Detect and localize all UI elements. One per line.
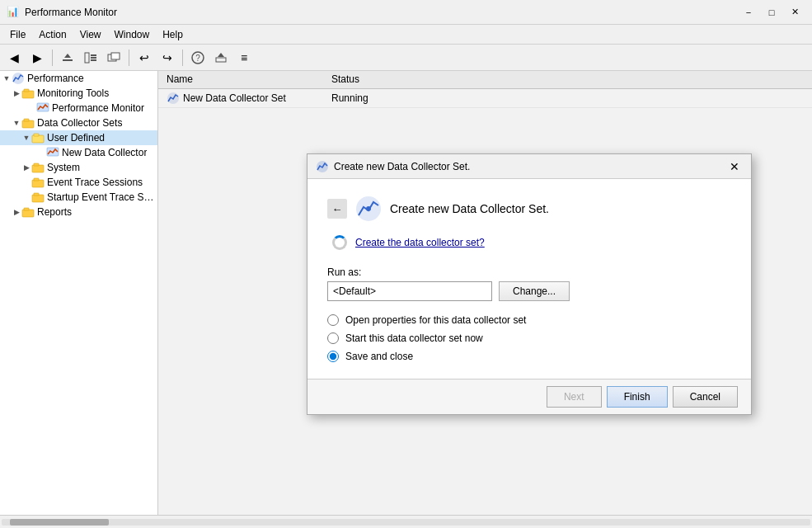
radio-start-now-input[interactable]: [327, 332, 339, 344]
startup-event-icon: [31, 191, 45, 204]
toolbar-back-button[interactable]: ◀: [3, 48, 25, 68]
sidebar-label-performance: Performance: [27, 73, 84, 84]
sidebar-label-system: System: [47, 162, 80, 173]
radio-save-close-label: Save and close: [345, 351, 413, 362]
sidebar-item-system[interactable]: ▶ System: [0, 160, 157, 175]
maximize-button[interactable]: □: [761, 5, 782, 20]
minimize-button[interactable]: −: [738, 5, 759, 20]
svg-rect-25: [32, 195, 44, 202]
svg-rect-16: [22, 120, 34, 128]
toggle-reports: ▶: [12, 207, 21, 217]
toggle-monitoring-tools: ▶: [12, 88, 21, 98]
toolbar-showhide-button[interactable]: [80, 48, 101, 68]
content-header: Name Status: [158, 71, 812, 89]
toggle-ndc: [36, 148, 46, 158]
dialog-overlay: Create new Data Collector Set. ✕ ←: [158, 71, 812, 515]
menu-help[interactable]: Help: [156, 27, 190, 42]
scroll-thumb[interactable]: [10, 519, 109, 526]
svg-rect-14: [24, 89, 29, 92]
sidebar-item-performance-monitor[interactable]: Performance Monitor: [0, 101, 157, 116]
sidebar-label-ndc: New Data Collector: [62, 147, 147, 158]
perf-monitor-icon: [36, 101, 49, 115]
radio-open-properties[interactable]: Open properties for this data collector …: [327, 314, 731, 326]
toolbar-newwindow-button[interactable]: [103, 48, 124, 68]
svg-marker-1: [64, 54, 71, 58]
sidebar-label-startup-event: Startup Event Trace Sess...: [47, 191, 156, 203]
sidebar-item-monitoring-tools[interactable]: ▶ Monitoring Tools: [0, 86, 157, 101]
radio-save-close[interactable]: Save and close: [327, 351, 731, 362]
toolbar-help-button[interactable]: ?: [187, 48, 209, 68]
menu-view[interactable]: View: [73, 27, 108, 42]
title-bar-left: 📊 Performance Monitor: [7, 6, 117, 19]
cell-name: New Data Collector Set: [163, 92, 328, 105]
svg-rect-7: [111, 53, 120, 59]
sidebar-item-data-collector-sets[interactable]: ▼ Data Collector Sets: [0, 116, 157, 130]
sidebar-item-user-defined[interactable]: ▼ User Defined: [0, 130, 157, 145]
svg-rect-5: [91, 59, 96, 61]
col-header-status: Status: [328, 73, 427, 86]
dialog-nav: ← Create new Data Collector Set.: [327, 196, 731, 222]
svg-marker-11: [218, 53, 224, 57]
scroll-track: [2, 519, 810, 526]
radio-save-close-input[interactable]: [327, 351, 339, 362]
next-button[interactable]: Next: [547, 386, 602, 408]
main-area: ▼ Performance ▶ Monitoring Tools Perform…: [0, 71, 812, 515]
table-row[interactable]: New Data Collector Set Running: [158, 89, 812, 108]
toggle-event-trace: [21, 177, 31, 187]
menu-window[interactable]: Window: [108, 27, 157, 42]
content-panel: Name Status New Data Collector Set Runni…: [158, 71, 812, 515]
toolbar-up-button[interactable]: [57, 48, 78, 68]
user-defined-icon: [31, 131, 45, 144]
toggle-performance: ▼: [2, 73, 12, 83]
cancel-button[interactable]: Cancel: [673, 386, 738, 408]
toggle-startup-event: [21, 192, 31, 202]
svg-rect-13: [22, 91, 34, 98]
dialog-body: ← Create new Data Collector Set. Create …: [307, 179, 751, 379]
toolbar-back2-button[interactable]: ↩: [134, 48, 155, 68]
dialog-title-text: Create new Data Collector Set.: [316, 160, 470, 173]
dialog-footer: Next Finish Cancel: [307, 379, 751, 414]
title-bar: 📊 Performance Monitor − □ ✕: [0, 0, 812, 25]
sidebar-item-reports[interactable]: ▶ Reports: [0, 205, 157, 219]
svg-text:?: ?: [195, 54, 200, 63]
toolbar-forward-button[interactable]: ▶: [26, 48, 48, 68]
svg-rect-23: [32, 180, 44, 187]
sidebar-item-performance[interactable]: ▼ Performance: [0, 71, 157, 86]
performance-icon: [12, 72, 25, 85]
svg-rect-22: [34, 163, 39, 166]
toolbar-sep-3: [182, 50, 183, 66]
dialog-wizard-icon: [355, 196, 382, 222]
sidebar-label-reports: Reports: [37, 206, 72, 218]
monitoring-tools-icon: [21, 87, 35, 100]
dialog-back-button[interactable]: ←: [327, 199, 347, 219]
create-dcs-dialog: Create new Data Collector Set. ✕ ←: [307, 153, 752, 415]
sidebar-item-new-data-collector[interactable]: New Data Collector: [0, 145, 157, 160]
close-button[interactable]: ✕: [784, 5, 805, 20]
finish-button[interactable]: Finish: [607, 386, 668, 408]
horizontal-scrollbar[interactable]: [0, 515, 812, 528]
toggle-dcs: ▼: [12, 118, 21, 128]
runas-label: Run as:: [327, 266, 731, 278]
runas-input[interactable]: [327, 281, 492, 301]
dialog-close-button[interactable]: ✕: [726, 159, 743, 174]
menu-file[interactable]: File: [3, 27, 32, 42]
sidebar-label-event-trace: Event Trace Sessions: [47, 177, 143, 188]
toolbar-export-button[interactable]: [210, 48, 232, 68]
toggle-user-defined: ▼: [21, 133, 31, 143]
toolbar-view-button[interactable]: ≡: [233, 48, 255, 68]
toolbar-forward2-button[interactable]: ↪: [157, 48, 178, 68]
sidebar: ▼ Performance ▶ Monitoring Tools Perform…: [0, 71, 158, 515]
svg-rect-2: [85, 53, 89, 63]
svg-rect-18: [32, 135, 44, 143]
title-bar-controls: − □ ✕: [738, 5, 805, 20]
sidebar-item-event-trace[interactable]: Event Trace Sessions: [0, 175, 157, 190]
change-button[interactable]: Change...: [499, 281, 570, 301]
dialog-title-icon: [316, 160, 329, 173]
svg-rect-26: [34, 193, 39, 196]
radio-open-properties-input[interactable]: [327, 314, 339, 326]
app-title: Performance Monitor: [25, 7, 117, 18]
radio-start-now[interactable]: Start this data collector set now: [327, 332, 731, 344]
sidebar-item-startup-event[interactable]: Startup Event Trace Sess...: [0, 190, 157, 205]
menu-action[interactable]: Action: [32, 27, 73, 42]
toolbar-sep-2: [129, 50, 129, 66]
